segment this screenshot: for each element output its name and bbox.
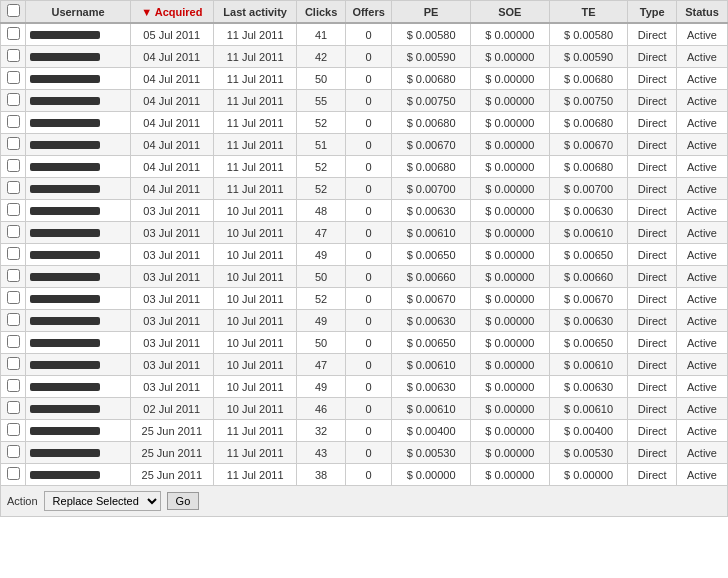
offers-cell: 0 <box>345 178 391 200</box>
row-checkbox[interactable] <box>7 27 20 40</box>
soe-cell: $ 0.00000 <box>470 156 549 178</box>
row-checkbox[interactable] <box>7 313 20 326</box>
table-row: 02 Jul 201110 Jul 2011460$ 0.00610$ 0.00… <box>1 398 728 420</box>
te-cell: $ 0.00680 <box>549 156 628 178</box>
row-checkbox[interactable] <box>7 71 20 84</box>
soe-cell: $ 0.00000 <box>470 244 549 266</box>
select-all-checkbox[interactable] <box>7 4 20 17</box>
type-cell: Direct <box>628 376 677 398</box>
row-checkbox[interactable] <box>7 401 20 414</box>
go-button[interactable]: Go <box>167 492 200 510</box>
username-cell <box>26 178 130 200</box>
last-activity-cell: 11 Jul 2011 <box>213 90 296 112</box>
username-redacted <box>30 97 100 105</box>
last-activity-cell: 10 Jul 2011 <box>213 222 296 244</box>
row-checkbox-cell <box>1 46 26 68</box>
clicks-cell: 52 <box>297 112 346 134</box>
table-row: 03 Jul 201110 Jul 2011480$ 0.00630$ 0.00… <box>1 200 728 222</box>
row-checkbox[interactable] <box>7 137 20 150</box>
row-checkbox[interactable] <box>7 291 20 304</box>
pe-cell: $ 0.00630 <box>392 200 471 222</box>
te-cell: $ 0.00630 <box>549 310 628 332</box>
username-redacted <box>30 141 100 149</box>
username-redacted <box>30 295 100 303</box>
row-checkbox[interactable] <box>7 181 20 194</box>
header-username: Username <box>26 1 130 24</box>
clicks-cell: 41 <box>297 23 346 46</box>
header-clicks[interactable]: Clicks <box>297 1 346 24</box>
header-offers[interactable]: Offers <box>345 1 391 24</box>
status-cell: Active <box>677 354 728 376</box>
type-cell: Direct <box>628 420 677 442</box>
username-cell <box>26 376 130 398</box>
row-checkbox-cell <box>1 266 26 288</box>
username-cell <box>26 222 130 244</box>
header-acquired[interactable]: ▼ Acquired <box>130 1 213 24</box>
row-checkbox-cell <box>1 332 26 354</box>
row-checkbox[interactable] <box>7 445 20 458</box>
row-checkbox-cell <box>1 90 26 112</box>
row-checkbox[interactable] <box>7 49 20 62</box>
table-row: 04 Jul 201111 Jul 2011550$ 0.00750$ 0.00… <box>1 90 728 112</box>
last-activity-cell: 10 Jul 2011 <box>213 288 296 310</box>
row-checkbox[interactable] <box>7 247 20 260</box>
acquired-cell: 04 Jul 2011 <box>130 46 213 68</box>
header-status[interactable]: Status <box>677 1 728 24</box>
row-checkbox[interactable] <box>7 93 20 106</box>
table-row: 03 Jul 201110 Jul 2011470$ 0.00610$ 0.00… <box>1 222 728 244</box>
table-row: 03 Jul 201110 Jul 2011490$ 0.00630$ 0.00… <box>1 310 728 332</box>
table-row: 25 Jun 201111 Jul 2011430$ 0.00530$ 0.00… <box>1 442 728 464</box>
header-pe[interactable]: PE <box>392 1 471 24</box>
clicks-cell: 49 <box>297 244 346 266</box>
last-activity-cell: 10 Jul 2011 <box>213 310 296 332</box>
header-type[interactable]: Type <box>628 1 677 24</box>
row-checkbox-cell <box>1 23 26 46</box>
type-cell: Direct <box>628 310 677 332</box>
offers-cell: 0 <box>345 46 391 68</box>
row-checkbox[interactable] <box>7 159 20 172</box>
pe-cell: $ 0.00670 <box>392 134 471 156</box>
clicks-cell: 49 <box>297 310 346 332</box>
row-checkbox[interactable] <box>7 467 20 480</box>
last-activity-cell: 10 Jul 2011 <box>213 376 296 398</box>
action-select[interactable]: Replace Selected <box>44 491 161 511</box>
row-checkbox[interactable] <box>7 335 20 348</box>
header-last-activity[interactable]: Last activity <box>213 1 296 24</box>
row-checkbox[interactable] <box>7 379 20 392</box>
row-checkbox[interactable] <box>7 357 20 370</box>
acquired-cell: 03 Jul 2011 <box>130 222 213 244</box>
pe-cell: $ 0.00580 <box>392 23 471 46</box>
row-checkbox[interactable] <box>7 269 20 282</box>
type-cell: Direct <box>628 442 677 464</box>
table-row: 25 Jun 201111 Jul 2011320$ 0.00400$ 0.00… <box>1 420 728 442</box>
acquired-cell: 04 Jul 2011 <box>130 156 213 178</box>
type-cell: Direct <box>628 156 677 178</box>
clicks-cell: 52 <box>297 156 346 178</box>
row-checkbox-cell <box>1 376 26 398</box>
username-cell <box>26 464 130 486</box>
table-row: 03 Jul 201110 Jul 2011500$ 0.00660$ 0.00… <box>1 266 728 288</box>
te-cell: $ 0.00750 <box>549 90 628 112</box>
table-row: 04 Jul 201111 Jul 2011510$ 0.00670$ 0.00… <box>1 134 728 156</box>
te-cell: $ 0.00530 <box>549 442 628 464</box>
status-cell: Active <box>677 442 728 464</box>
table-row: 03 Jul 201110 Jul 2011490$ 0.00630$ 0.00… <box>1 376 728 398</box>
row-checkbox[interactable] <box>7 115 20 128</box>
header-te[interactable]: TE <box>549 1 628 24</box>
last-activity-cell: 11 Jul 2011 <box>213 156 296 178</box>
row-checkbox[interactable] <box>7 225 20 238</box>
table-row: 04 Jul 201111 Jul 2011520$ 0.00680$ 0.00… <box>1 112 728 134</box>
username-cell <box>26 310 130 332</box>
type-cell: Direct <box>628 134 677 156</box>
status-cell: Active <box>677 288 728 310</box>
last-activity-cell: 11 Jul 2011 <box>213 112 296 134</box>
status-cell: Active <box>677 23 728 46</box>
row-checkbox-cell <box>1 244 26 266</box>
last-activity-cell: 11 Jul 2011 <box>213 464 296 486</box>
type-cell: Direct <box>628 200 677 222</box>
type-cell: Direct <box>628 464 677 486</box>
soe-cell: $ 0.00000 <box>470 288 549 310</box>
row-checkbox[interactable] <box>7 203 20 216</box>
row-checkbox[interactable] <box>7 423 20 436</box>
header-soe[interactable]: SOE <box>470 1 549 24</box>
